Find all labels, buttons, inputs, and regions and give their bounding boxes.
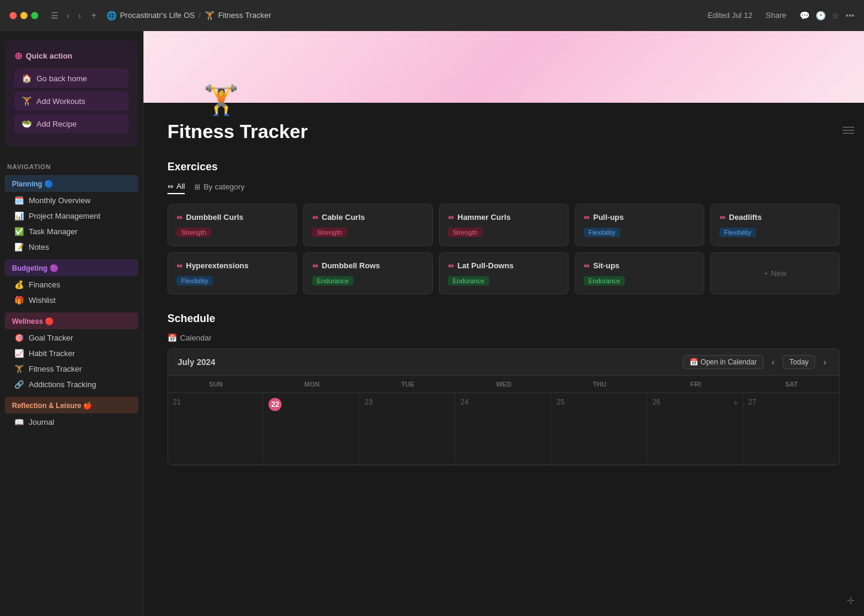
exercise-card-dumbbell-rows[interactable]: ⇔ Dumbbell Rows Endurance <box>303 252 433 295</box>
planning-label: Planning 🔵 <box>12 180 53 188</box>
new-tab-button[interactable]: + <box>91 10 96 21</box>
day-header-thu: Thu <box>552 376 648 393</box>
exercise-label: Hyperextensions <box>186 261 249 270</box>
sidebar-item-fitness-tracker[interactable]: 🏋️ Fitness Tracker <box>2 361 141 376</box>
bottom-plus-button[interactable]: ✛ <box>847 595 854 606</box>
cal-cell-27[interactable]: 27 <box>744 393 839 465</box>
fullscreen-button[interactable] <box>31 12 38 19</box>
exercises-section: Exercices ⇔ All ⊞ By category <box>167 161 840 295</box>
cal-nav-right: 📅 Open in Calendar ‹ Today › <box>683 355 830 369</box>
cal-next-button[interactable]: › <box>820 356 830 368</box>
section-planning[interactable]: Planning 🔵 <box>5 175 138 192</box>
share-button[interactable]: Share <box>760 9 793 22</box>
home-icon: 🏠 <box>22 73 32 83</box>
cal-cell-21[interactable]: 21 <box>168 393 264 465</box>
today-button[interactable]: Today <box>783 355 815 369</box>
cal-date-27: 27 <box>749 398 835 406</box>
exercise-card-cable-curls[interactable]: ⇔ Cable Curls Strength <box>303 204 433 246</box>
cal-date-24: 24 <box>460 398 546 406</box>
right-toggle[interactable] <box>842 127 854 134</box>
sidebar-item-task-manager[interactable]: ✅ Task Manager <box>2 224 141 239</box>
sidebar-item-finances[interactable]: 💰 Finances <box>2 277 141 292</box>
add-workouts-label: Add Workouts <box>36 97 85 106</box>
calendar-body: 21 22 23 24 25 <box>168 393 839 465</box>
addictions-label: Addictions Tracking <box>29 380 96 389</box>
page-title: Fitness Tracker <box>167 121 840 143</box>
cal-date-21: 21 <box>173 398 258 406</box>
exercise-icon: ⇔ <box>312 213 318 222</box>
cal-cell-23[interactable]: 23 <box>360 393 456 465</box>
close-button[interactable] <box>10 12 17 19</box>
notes-label: Notes <box>29 243 49 252</box>
cal-cell-26[interactable]: 26 + <box>648 393 743 465</box>
exercise-badge: Flexibility <box>584 228 620 237</box>
sidebar-item-goal-tracker[interactable]: 🎯 Goal Tracker <box>2 330 141 345</box>
sidebar-item-journal[interactable]: 📖 Journal <box>2 415 141 430</box>
wishlist-icon: 🎁 <box>14 296 24 305</box>
exercise-card-dumbbell-curls[interactable]: ⇔ Dumbbell Curls Strength <box>167 204 297 246</box>
exercise-icon: ⇔ <box>719 213 725 222</box>
sidebar-item-habit-tracker[interactable]: 📈 Habit Tracker <box>2 346 141 361</box>
sidebar-item-monthly-overview[interactable]: 🗓️ Monthly Overview <box>2 193 141 208</box>
forward-button[interactable]: › <box>75 10 84 22</box>
add-workouts-button[interactable]: 🏋️ Add Workouts <box>14 91 129 111</box>
monthly-overview-label: Monthly Overview <box>29 196 90 205</box>
exercise-card-sit-ups[interactable]: ⇔ Sit-ups Endurance <box>575 252 704 295</box>
section-budgeting[interactable]: Budgeting 🟣 <box>5 259 138 276</box>
filter-tab-category[interactable]: ⊞ By category <box>194 182 245 194</box>
sidebar-item-notes[interactable]: 📝 Notes <box>2 240 141 255</box>
cal-cell-24[interactable]: 24 <box>456 393 551 465</box>
new-exercise-card[interactable]: + New <box>710 252 840 295</box>
cal-add-button-26[interactable]: + <box>733 398 738 407</box>
open-in-calendar-button[interactable]: 📅 Open in Calendar <box>683 355 764 369</box>
exercise-badge: Flexibility <box>719 228 756 237</box>
add-recipe-button[interactable]: 🥗 Add Recipe <box>14 114 129 133</box>
clock-icon[interactable]: 🕐 <box>816 11 826 20</box>
exercise-name: ⇔ Dumbbell Rows <box>312 261 424 270</box>
sidebar-item-wishlist[interactable]: 🎁 Wishlist <box>2 293 141 308</box>
comment-icon[interactable]: 💬 <box>799 11 810 20</box>
star-icon[interactable]: ☆ <box>832 11 839 20</box>
breadcrumb-parent[interactable]: Procastinatr's Life OS <box>120 11 195 20</box>
calendar-filter[interactable]: 📅 Calendar <box>167 333 212 342</box>
day-header-fri: Fri <box>648 376 743 393</box>
monthly-overview-icon: 🗓️ <box>14 196 24 205</box>
exercise-icon: ⇔ <box>448 213 454 222</box>
exercise-name: ⇔ Hyperextensions <box>176 261 288 270</box>
task-manager-icon: ✅ <box>14 227 24 236</box>
sidebar-item-addictions-tracking[interactable]: 🔗 Addictions Tracking <box>2 377 141 392</box>
day-header-mon: Mon <box>264 376 359 393</box>
exercise-card-lat-pull-downs[interactable]: ⇔ Lat Pull-Downs Endurance <box>439 252 569 295</box>
exercise-icon: ⇔ <box>176 213 182 222</box>
open-in-calendar-label: Open in Calendar <box>701 358 757 366</box>
exercise-label: Hammer Curls <box>457 213 511 222</box>
section-reflection[interactable]: Reflection & Leisure 🍎 <box>5 397 138 413</box>
exercise-card-hyperextensions[interactable]: ⇔ Hyperextensions Flexibility <box>167 252 297 295</box>
all-tab-icon: ⇔ <box>167 182 173 191</box>
cal-cell-22[interactable]: 22 <box>264 393 359 465</box>
back-button[interactable]: ‹ <box>64 10 73 22</box>
go-back-home-button[interactable]: 🏠 Go back home <box>14 69 129 88</box>
exercise-badge: Endurance <box>584 276 625 286</box>
habit-tracker-icon: 📈 <box>14 349 24 358</box>
filter-category-label: By category <box>203 182 245 191</box>
sidebar-item-project-management[interactable]: 📊 Project Management <box>2 209 141 223</box>
filter-tab-all[interactable]: ⇔ All <box>167 182 185 194</box>
cal-date-22: 22 <box>268 398 282 411</box>
fitness-tracker-icon: 🏋️ <box>14 364 24 373</box>
journal-label: Journal <box>29 418 54 427</box>
section-wellness[interactable]: Wellness 🔴 <box>5 312 138 329</box>
nav-menu-button[interactable]: ☰ <box>48 10 62 22</box>
exercise-badge: Endurance <box>448 276 489 286</box>
exercise-label: Cable Curls <box>322 213 365 222</box>
cal-cell-25[interactable]: 25 <box>552 393 648 465</box>
exercise-name: ⇔ Dumbbell Curls <box>176 213 288 222</box>
exercise-badge: Strength <box>176 228 211 237</box>
exercise-card-pull-ups[interactable]: ⇔ Pull-ups Flexibility <box>575 204 704 246</box>
exercise-label: Deadlifts <box>729 213 762 222</box>
cal-prev-button[interactable]: ‹ <box>768 356 778 368</box>
exercise-card-deadlifts[interactable]: ⇔ Deadlifts Flexibility <box>710 204 840 246</box>
minimize-button[interactable] <box>20 12 28 19</box>
exercise-card-hammer-curls[interactable]: ⇔ Hammer Curls Strength <box>439 204 569 246</box>
more-icon[interactable]: ••• <box>845 11 854 20</box>
